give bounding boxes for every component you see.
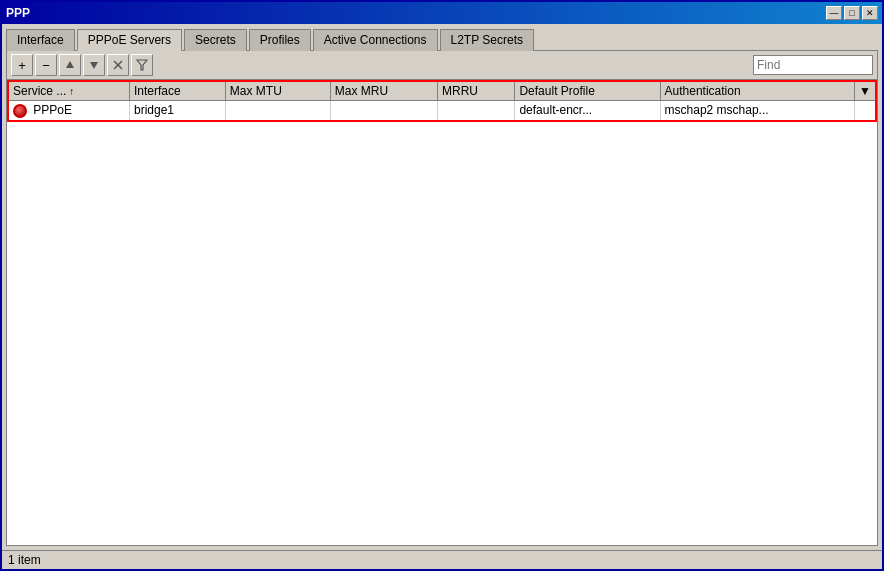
down-button[interactable] [83,54,105,76]
tab-secrets[interactable]: Secrets [184,29,247,51]
table-row[interactable]: PPPoE bridge1 default-encr... mschap2 ms… [8,101,876,121]
cell-expand [855,101,876,121]
tab-profiles[interactable]: Profiles [249,29,311,51]
cell-max-mru [330,101,437,121]
tab-interface[interactable]: Interface [6,29,75,51]
table-header-row: Service ... Interface Max MTU Max MRU MR… [8,81,876,101]
col-header-authentication[interactable]: Authentication [660,81,855,101]
col-expand-icon[interactable]: ▼ [859,84,871,98]
col-header-max-mru[interactable]: Max MRU [330,81,437,101]
add-button[interactable]: + [11,54,33,76]
col-header-max-mtu[interactable]: Max MTU [225,81,330,101]
toolbar: + − [7,51,877,80]
cell-interface: bridge1 [130,101,226,121]
close-button[interactable]: ✕ [862,6,878,20]
pppoe-status-icon [13,104,27,118]
content-area: + − Service ... Interface [6,50,878,546]
col-header-default-profile[interactable]: Default Profile [515,81,660,101]
table-area: Service ... Interface Max MTU Max MRU MR… [7,80,877,545]
maximize-button[interactable]: □ [844,6,860,20]
col-header-service[interactable]: Service ... [8,81,130,101]
find-input[interactable] [753,55,873,75]
col-header-interface[interactable]: Interface [130,81,226,101]
svg-marker-4 [137,60,147,70]
status-bar: 1 item [2,550,882,569]
minimize-button[interactable]: — [826,6,842,20]
cell-mrru [438,101,515,121]
tab-l2tp-secrets[interactable]: L2TP Secrets [440,29,534,51]
title-bar: PPP — □ ✕ [2,2,882,24]
tab-active-connections[interactable]: Active Connections [313,29,438,51]
cell-authentication: mschap2 mschap... [660,101,855,121]
cell-default-profile: default-encr... [515,101,660,121]
col-header-expand[interactable]: ▼ [855,81,876,101]
col-header-mrru[interactable]: MRRU [438,81,515,101]
settings-button[interactable] [107,54,129,76]
cell-service: PPPoE [8,101,130,121]
title-bar-buttons: — □ ✕ [826,6,878,20]
remove-button[interactable]: − [35,54,57,76]
up-button[interactable] [59,54,81,76]
main-window: PPP — □ ✕ Interface PPPoE Servers Secret… [0,0,884,571]
tab-pppoe-servers[interactable]: PPPoE Servers [77,29,182,51]
window-title: PPP [6,6,30,20]
svg-marker-1 [90,62,98,69]
status-text: 1 item [8,553,41,567]
svg-marker-0 [66,61,74,68]
cell-max-mtu [225,101,330,121]
tabs-container: Interface PPPoE Servers Secrets Profiles… [2,24,882,50]
data-table: Service ... Interface Max MTU Max MRU MR… [7,80,877,122]
filter-button[interactable] [131,54,153,76]
